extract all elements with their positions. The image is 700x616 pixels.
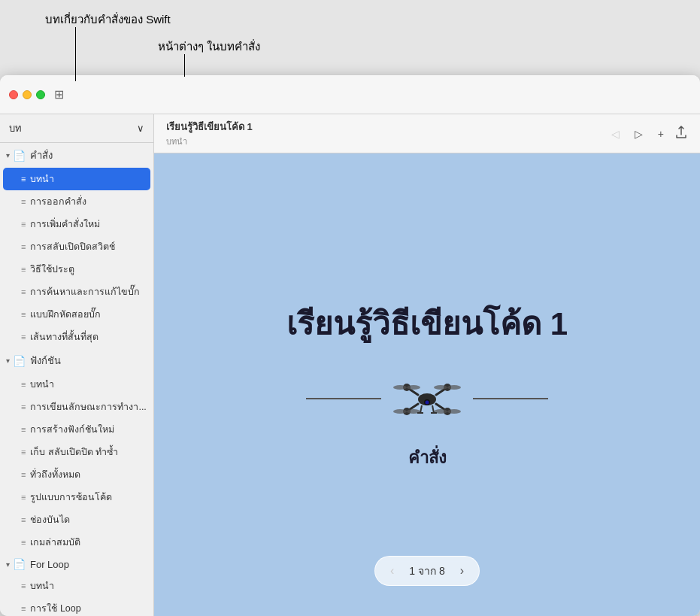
sidebar-item-toggle[interactable]: ≡ การสลับเปิดปิดสวิตช์ xyxy=(0,235,153,258)
f-intro-label: บทนำ xyxy=(30,377,54,392)
shortest-icon: ≡ xyxy=(21,332,26,341)
svg-point-12 xyxy=(447,385,461,390)
svg-point-13 xyxy=(393,409,407,414)
sidebar-item-f-all[interactable]: ≡ ทั่วถึงทั้งหมด xyxy=(0,463,153,486)
sidebar-header-label: บท xyxy=(9,120,22,136)
forward-button[interactable]: ▷ xyxy=(630,125,647,143)
sidebar-item-f-write[interactable]: ≡ การเขียนลักษณะการทำงา... xyxy=(0,396,153,418)
sidebar-item-debug[interactable]: ≡ การค้นหาและการแก้ไขบั๊ก xyxy=(0,281,153,303)
content-area: บท ∨ ▾ 📄 คำสั่ง ≡ บทนำ ≡ xyxy=(0,114,700,616)
debug-icon: ≡ xyxy=(21,287,26,296)
add-label: การเพิ่มคำสั่งใหม่ xyxy=(30,217,100,232)
sidebar-section-functions-header[interactable]: ▾ 📄 ฟังก์ชัน xyxy=(0,348,153,373)
toggle-icon: ≡ xyxy=(21,242,26,251)
sidebar-item-fl-intro[interactable]: ≡ บทนำ xyxy=(0,575,153,597)
forloop-icon: 📄 xyxy=(13,558,26,570)
sidebar-item-f-nested[interactable]: ≡ รูปแบบการซ้อนโค้ด xyxy=(0,486,153,508)
toolbar-nav: ◁ ▷ + xyxy=(607,125,668,143)
page-next-button[interactable]: › xyxy=(457,563,467,579)
f-create-icon: ≡ xyxy=(21,425,26,434)
add-button[interactable]: + xyxy=(653,125,668,143)
main-window: ⊞ บท ∨ ▾ 📄 คำสั่ง ≡ บทนำ xyxy=(0,75,700,616)
add-icon: ≡ xyxy=(21,220,26,229)
share-icon xyxy=(674,126,688,139)
issue-icon: ≡ xyxy=(21,197,26,206)
panel-title: เรียนรู้วิธีเขียนโค้ด 1 xyxy=(166,119,601,135)
sidebar-item-f-game[interactable]: ≡ เกมล่าสมบัติ xyxy=(0,531,153,554)
share-button[interactable] xyxy=(674,126,688,141)
sidebar-item-howto[interactable]: ≡ วิธีใช้ประตู xyxy=(0,258,153,281)
issue-label: การออกคำสั่ง xyxy=(30,194,86,209)
practice-icon: ≡ xyxy=(21,310,26,319)
sidebar-item-shortest[interactable]: ≡ เส้นทางที่สั้นที่สุด xyxy=(0,326,153,348)
svg-line-19 xyxy=(420,405,422,413)
f-write-icon: ≡ xyxy=(21,402,26,411)
sidebar-item-intro[interactable]: ≡ บทนำ xyxy=(3,168,150,190)
functions-label: ฟังก์ชัน xyxy=(30,353,61,369)
sidebar-chevron[interactable]: ∨ xyxy=(137,123,144,134)
f-nested-label: รูปแบบการซ้อนโค้ด xyxy=(30,490,112,505)
commands-label: คำสั่ง xyxy=(30,147,53,163)
svg-point-18 xyxy=(426,401,429,405)
sidebar-section-forloop-header[interactable]: ▾ 📄 For Loop xyxy=(0,554,153,575)
svg-line-20 xyxy=(432,405,434,413)
f-write-label: การเขียนลักษณะการทำงา... xyxy=(30,399,146,414)
panel-toolbar: เรียนรู้วิธีเขียนโค้ด 1 บทนำ ◁ ▷ + xyxy=(154,114,700,153)
minimize-button[interactable] xyxy=(23,90,32,99)
panel-title-area: เรียนรู้วิธีเขียนโค้ด 1 บทนำ xyxy=(166,119,601,148)
annotation-swift-label: บทเกี่ยวกับคำสั่งของ Swift xyxy=(45,11,171,29)
sidebar-toggle-button[interactable]: ⊞ xyxy=(54,87,64,102)
practice-label: แบบฝึกหัดสอยบั๊ก xyxy=(30,307,101,322)
toggle-label: การสลับเปิดปิดสวิตช์ xyxy=(30,239,115,254)
sidebar-item-add[interactable]: ≡ การเพิ่มคำสั่งใหม่ xyxy=(0,213,153,235)
lesson-title: เรียนรู้วิธีเขียนโค้ด 1 xyxy=(286,299,568,348)
commands-icon: 📄 xyxy=(13,150,26,162)
f-create-label: การสร้างฟังก์ชันใหม่ xyxy=(30,422,114,437)
sidebar-section-forloop: ▾ 📄 For Loop ≡ บทนำ ≡ การใช้ Loop ≡ ก xyxy=(0,554,153,616)
svg-point-10 xyxy=(407,385,420,390)
drone-container: คำสั่ง xyxy=(306,371,548,471)
svg-point-16 xyxy=(447,409,461,414)
fl-use-label: การใช้ Loop xyxy=(30,601,80,616)
sidebar-item-fl-use[interactable]: ≡ การใช้ Loop xyxy=(0,597,153,616)
fullscreen-button[interactable] xyxy=(36,90,45,99)
sidebar-content[interactable]: ▾ 📄 คำสั่ง ≡ บทนำ ≡ การออกคำสั่ง ≡ กา xyxy=(0,143,153,616)
sidebar-item-f-intro[interactable]: ≡ บทนำ xyxy=(0,373,153,396)
back-button[interactable]: ◁ xyxy=(607,125,624,143)
page-navigation: ‹ 1 จาก 8 › xyxy=(374,556,480,586)
canvas: เรียนรู้วิธีเขียนโค้ด 1 xyxy=(154,153,700,616)
fl-use-icon: ≡ xyxy=(21,604,26,613)
commands-chevron-icon: ▾ xyxy=(6,151,10,159)
page-prev-button[interactable]: ‹ xyxy=(387,563,397,579)
sidebar-item-f-create[interactable]: ≡ การสร้างฟังก์ชันใหม่ xyxy=(0,418,153,441)
drone-divider xyxy=(306,371,548,426)
sidebar-section-functions: ▾ 📄 ฟังก์ชัน ≡ บทนำ ≡ การเขียนลักษณะการท… xyxy=(0,348,153,554)
sidebar-item-f-channel[interactable]: ≡ ช่องบันได xyxy=(0,508,153,531)
sidebar-section-commands: ▾ 📄 คำสั่ง ≡ บทนำ ≡ การออกคำสั่ง ≡ กา xyxy=(0,143,153,348)
sidebar-item-f-collect[interactable]: ≡ เก็บ สลับเปิดปิด ทำซ้ำ xyxy=(0,441,153,463)
f-game-icon: ≡ xyxy=(21,538,26,547)
close-button[interactable] xyxy=(9,90,18,99)
sidebar-header: บท ∨ xyxy=(0,114,153,143)
functions-chevron-icon: ▾ xyxy=(6,357,10,365)
shortest-label: เส้นทางที่สั้นที่สุด xyxy=(30,329,98,344)
f-nested-icon: ≡ xyxy=(21,493,26,502)
f-channel-label: ช่องบันได xyxy=(30,512,70,527)
annotation-line-2 xyxy=(184,54,185,77)
sidebar-item-issue[interactable]: ≡ การออกคำสั่ง xyxy=(0,190,153,213)
svg-point-11 xyxy=(434,385,447,390)
sidebar-section-commands-header[interactable]: ▾ 📄 คำสั่ง xyxy=(0,143,153,168)
titlebar: ⊞ xyxy=(0,75,700,114)
main-panel: เรียนรู้วิธีเขียนโค้ด 1 บทนำ ◁ ▷ + เรียน… xyxy=(154,114,700,616)
annotation-pages-label: หน้าต่างๆ ในบทคำสั่ง xyxy=(158,38,260,56)
sidebar-item-practice[interactable]: ≡ แบบฝึกหัดสอยบั๊ก xyxy=(0,303,153,326)
f-intro-icon: ≡ xyxy=(21,380,26,389)
f-all-label: ทั่วถึงทั้งหมด xyxy=(30,467,80,482)
sidebar: บท ∨ ▾ 📄 คำสั่ง ≡ บทนำ ≡ xyxy=(0,114,154,616)
intro-icon: ≡ xyxy=(21,174,26,184)
f-collect-icon: ≡ xyxy=(21,448,26,457)
forloop-chevron-icon: ▾ xyxy=(6,560,10,569)
fl-intro-icon: ≡ xyxy=(21,581,26,590)
functions-icon: 📄 xyxy=(13,355,26,367)
f-game-label: เกมล่าสมบัติ xyxy=(30,535,80,550)
